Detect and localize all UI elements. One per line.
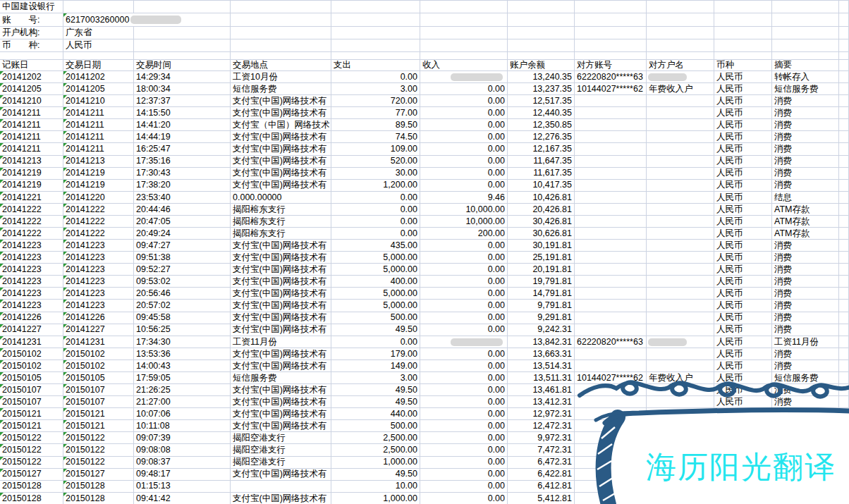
table-cell[interactable]: 消费	[772, 264, 839, 276]
table-cell[interactable]: 9,291.81	[508, 312, 575, 324]
empty-cell[interactable]	[647, 39, 714, 52]
empty-cell[interactable]	[839, 119, 849, 131]
table-cell[interactable]	[647, 360, 714, 372]
table-cell[interactable]: 人民币	[714, 192, 772, 204]
table-cell[interactable]: 09:07:39	[134, 432, 231, 444]
table-cell[interactable]: 20141219	[63, 180, 134, 192]
table-cell[interactable]: 20141222	[63, 216, 134, 228]
table-cell[interactable]: 12,972.31	[508, 408, 575, 420]
table-cell[interactable]	[575, 312, 647, 324]
empty-cell[interactable]	[134, 39, 231, 52]
table-cell[interactable]: 20141221	[0, 192, 63, 204]
table-cell[interactable]: 20150107	[63, 384, 134, 396]
table-cell[interactable]: 0.00	[420, 300, 508, 312]
empty-cell[interactable]	[134, 1, 231, 13]
empty-cell[interactable]	[714, 1, 772, 13]
table-cell[interactable]: 20:49:24	[134, 228, 231, 240]
table-cell[interactable]: 揭阳榕东支行	[231, 228, 331, 240]
column-header[interactable]: 记账日	[0, 60, 63, 71]
empty-cell[interactable]	[839, 156, 849, 168]
table-cell[interactable]: 13,412.31	[508, 396, 575, 408]
empty-cell[interactable]	[508, 13, 575, 27]
table-cell[interactable]	[575, 264, 647, 276]
table-cell[interactable]: 0.00	[420, 95, 508, 107]
empty-cell[interactable]	[647, 27, 714, 39]
table-cell[interactable]: 人民币	[714, 396, 772, 408]
table-cell[interactable]: 20141220	[63, 192, 134, 204]
empty-cell[interactable]	[420, 27, 508, 39]
table-cell[interactable]: 14:15:50	[134, 107, 231, 119]
table-cell[interactable]	[647, 457, 714, 469]
empty-cell[interactable]	[839, 312, 849, 324]
table-cell[interactable]: 20,426.81	[508, 204, 575, 216]
empty-cell[interactable]	[839, 180, 849, 192]
table-cell[interactable]: 0.000.00000	[231, 192, 331, 204]
table-cell[interactable]	[647, 252, 714, 264]
table-cell[interactable]: 0.00	[420, 83, 508, 95]
table-cell[interactable]: 20150121	[0, 420, 63, 432]
table-cell[interactable]: 20141211	[0, 131, 63, 143]
table-cell[interactable]: 9.46	[420, 192, 508, 204]
table-cell[interactable]: 17:34:30	[134, 336, 231, 348]
table-cell[interactable]: 13,237.35	[508, 83, 575, 95]
table-cell[interactable]: 20150105	[0, 372, 63, 384]
table-cell[interactable]: 12,276.35	[508, 131, 575, 143]
table-cell[interactable]: 人民币	[714, 71, 772, 83]
table-cell[interactable]: 支付宝(中国)网络技术有	[231, 300, 331, 312]
table-cell[interactable]	[231, 481, 331, 493]
table-cell[interactable]: 消费	[772, 156, 839, 168]
table-cell[interactable]	[647, 384, 714, 396]
table-cell[interactable]: 20150128	[0, 493, 63, 504]
table-cell[interactable]: 消费	[772, 288, 839, 300]
table-cell[interactable]: 支付宝(中国)网络技术有	[231, 131, 331, 143]
empty-cell[interactable]	[839, 384, 849, 396]
table-cell[interactable]	[714, 481, 772, 493]
empty-cell[interactable]	[714, 39, 772, 52]
table-cell[interactable]	[647, 240, 714, 252]
table-cell[interactable]: 支付宝(中国)网络技术有	[231, 156, 331, 168]
table-cell[interactable]: 短信服务费	[772, 83, 839, 95]
table-cell[interactable]: 20150121	[63, 420, 134, 432]
table-cell[interactable]: 20141210	[63, 95, 134, 107]
table-cell[interactable]: 人民币	[714, 288, 772, 300]
table-cell[interactable]	[647, 95, 714, 107]
table-cell[interactable]: 20150122	[63, 432, 134, 444]
table-cell[interactable]: 支付宝(中国)网络技术有	[231, 493, 331, 504]
table-cell[interactable]: 1,000.00	[331, 493, 420, 504]
table-cell[interactable]: 5,412.81	[508, 493, 575, 504]
table-cell[interactable]: 9,242.31	[508, 324, 575, 336]
table-cell[interactable]: 30,626.81	[508, 228, 575, 240]
table-cell[interactable]: 10,000.00	[420, 216, 508, 228]
table-cell[interactable]: 0.00	[420, 312, 508, 324]
table-cell[interactable]: 20141202	[63, 71, 134, 83]
column-header[interactable]: 交易地点	[231, 60, 331, 71]
table-cell[interactable]: 49.50	[331, 384, 420, 396]
table-cell[interactable]: 20:57:02	[134, 300, 231, 312]
table-cell[interactable]: 人民币	[714, 252, 772, 264]
table-cell[interactable]: 0.00	[420, 348, 508, 360]
table-cell[interactable]: 20141222	[0, 228, 63, 240]
table-cell[interactable]: 20141226	[0, 312, 63, 324]
table-cell[interactable]: 揭阳空港支行	[231, 444, 331, 456]
table-cell[interactable]	[647, 324, 714, 336]
table-cell[interactable]: 转帐存入	[772, 71, 839, 83]
table-cell[interactable]: 20141202	[0, 71, 63, 83]
table-cell[interactable]: 消费	[772, 119, 839, 131]
table-cell[interactable]: 20141211	[63, 131, 134, 143]
table-cell[interactable]: 20,191.81	[508, 264, 575, 276]
table-cell[interactable]	[575, 360, 647, 372]
table-cell[interactable]	[647, 300, 714, 312]
table-cell[interactable]: 支付宝(中国)网络技术有	[231, 312, 331, 324]
empty-cell[interactable]	[714, 13, 772, 27]
table-cell[interactable]: 人民币	[714, 276, 772, 288]
table-cell[interactable]: 20141210	[0, 95, 63, 107]
empty-cell[interactable]	[331, 13, 420, 27]
table-cell[interactable]: 0.00	[331, 192, 420, 204]
table-cell[interactable]	[575, 119, 647, 131]
table-cell[interactable]: 20150121	[63, 408, 134, 420]
empty-cell[interactable]	[331, 52, 420, 60]
table-cell[interactable]: 工资11月份	[772, 336, 839, 348]
table-cell[interactable]: 14,791.81	[508, 288, 575, 300]
empty-cell[interactable]	[231, 39, 331, 52]
empty-cell[interactable]	[839, 469, 849, 481]
